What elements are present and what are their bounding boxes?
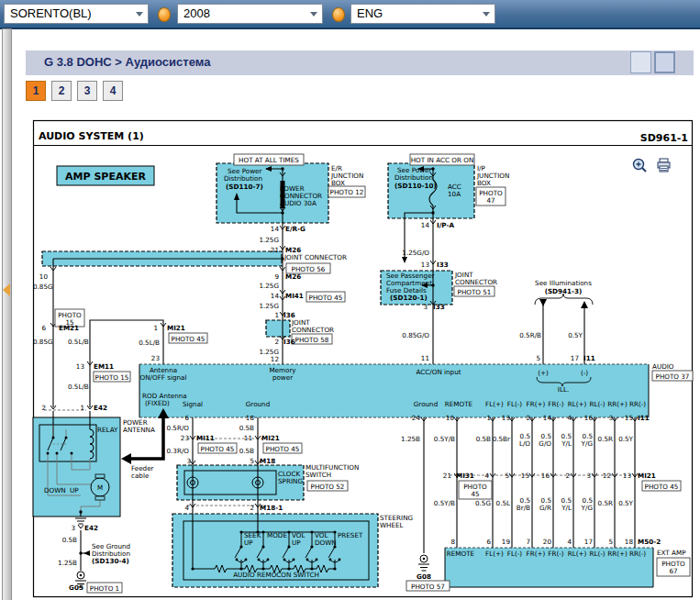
joint-connector-58-box — [266, 320, 290, 337]
diagram-label: 4 — [484, 472, 489, 480]
diagram-label: E42 — [84, 524, 98, 532]
photo-tag-label: PHOTO 52 — [311, 483, 345, 491]
diagram-label: G/O — [539, 439, 551, 448]
diagram-label: EM21 — [59, 324, 79, 332]
diagram-label: 8 — [450, 538, 455, 546]
diagram-label: 17 — [584, 538, 593, 546]
diagram-label: (SD130-4) — [92, 557, 129, 565]
diagram-label: 4 — [184, 504, 189, 512]
year-select[interactable]: 2008 — [177, 4, 323, 24]
diagram-label: FR(-) — [548, 550, 564, 558]
page-tab-3[interactable]: 3 — [77, 81, 97, 101]
diagram-label: 1.25G/O — [402, 249, 429, 257]
vehicle-select[interactable]: SORENTO(BL) — [4, 4, 149, 24]
diagram-label: 0.5B — [476, 435, 491, 443]
diagram-label: RR(-) — [629, 400, 646, 408]
diagram-label: Signal — [183, 400, 203, 408]
diagram-label: DOWN — [44, 486, 66, 494]
diagram-label: 5 — [250, 457, 254, 465]
diagram-label: 5 — [536, 354, 540, 362]
page-tab-2[interactable]: 2 — [51, 81, 72, 101]
diagram-label: (SD120-1) — [390, 294, 428, 302]
diagram-label: FL(-) — [507, 400, 523, 408]
photo-tag-label: HOT AT ALL TIMES — [239, 156, 299, 164]
diagram-label: SWITCH — [306, 471, 331, 479]
diagram-label: CONNECTOR — [292, 326, 334, 334]
diagram-label: Y/L — [561, 439, 572, 448]
diagram-label: FL(-) — [507, 550, 523, 558]
photo-tag-label: PHOTO 1 — [90, 584, 119, 593]
diagram-label: 0.5B — [239, 424, 254, 432]
diagram-label: (+) — [538, 369, 549, 377]
diagram-label: 14 — [271, 225, 280, 233]
zoom-button[interactable] — [630, 51, 651, 73]
diagram-label: 3 — [186, 457, 191, 465]
app-toolbar: SORENTO(BL) 2008 ENG — [0, 0, 700, 29]
diagram-label: E/R-G — [285, 225, 306, 233]
diagram-label: RL(+) — [568, 550, 587, 558]
print-button[interactable] — [654, 51, 675, 73]
diagram-label: (SD110-7) — [226, 183, 263, 191]
photo-tag-label: PHOTO 45 — [645, 483, 679, 491]
photo-tag-label: PHOTO 45 — [266, 445, 300, 453]
diagram-label: RL(-) — [589, 400, 605, 408]
diagram-label: 17 — [571, 354, 579, 362]
diagram-label: 2 — [565, 472, 570, 480]
diagram-label: 18 — [625, 538, 634, 546]
diagram-label: 10A — [448, 190, 461, 198]
diagram-label: UP — [70, 486, 79, 494]
photo-tag-label: 67 — [669, 567, 677, 575]
diagram-label: 0.5L/B — [68, 383, 89, 391]
amp-speaker-label: AMP SPEAKER — [65, 171, 146, 183]
diagram-label: 0.5R/O — [166, 424, 189, 432]
diagram-label: AUDIO 30A — [280, 199, 317, 207]
audio-unit-box — [139, 364, 649, 417]
diagram-label: Distribution — [394, 173, 433, 182]
page-tab-4[interactable]: 4 — [103, 81, 123, 101]
diagram-label: Ground — [246, 400, 270, 408]
diagram-label: 5 — [608, 538, 613, 546]
photo-tag-label: PHOTO 57 — [411, 583, 445, 591]
diagram-label: 21 — [271, 246, 279, 254]
diagram-label: MI31 — [456, 472, 474, 480]
language-select[interactable]: ENG — [350, 4, 495, 24]
diagram-label: 1 — [80, 404, 84, 412]
diagram-label: PRESET — [338, 531, 363, 539]
photo-tag-label: 47 — [486, 196, 494, 205]
diagram-label: L/O — [519, 439, 530, 448]
diagram-label: cable — [131, 472, 150, 480]
diagram-label: 0.5Y — [568, 331, 583, 339]
diagram-label: G/R — [539, 504, 551, 512]
diagram-label: 0.5G — [475, 499, 491, 507]
diagram-label: 10 — [39, 272, 49, 281]
diagram-label: 14 — [421, 221, 430, 229]
diagram-label: DOWN — [315, 539, 337, 547]
diagram-label: G08 — [417, 572, 431, 581]
diagram-label: M — [97, 483, 103, 492]
diagram-label: Y/G — [581, 504, 593, 512]
diagram-label: 19 — [502, 538, 511, 546]
photo-tag-label: PHOTO 37 — [656, 372, 690, 381]
diagram-label: 23 — [151, 354, 160, 362]
diagram-label: 15 — [625, 414, 633, 422]
diagram-label: ILL. — [558, 385, 569, 394]
page-tab-1[interactable]: 1 — [26, 81, 46, 101]
diagram-label: 3 — [423, 303, 428, 311]
diagram-label: 0.5R — [598, 499, 613, 507]
diagram-label: 16 — [541, 472, 550, 480]
vehicle-select-value: SORENTO(BL) — [10, 6, 92, 20]
diagram-label: 0.85G — [33, 283, 53, 291]
diagram-label: 18 — [246, 414, 255, 422]
diagram-label: I11 — [638, 414, 650, 422]
diagram-label: 13 — [421, 261, 429, 269]
diagram-label: 5 — [505, 472, 509, 480]
diagram-label: FL(+) — [485, 550, 504, 558]
diagram-label: Y/G — [581, 439, 593, 448]
photo-tag-label: PHOTO 51 — [458, 288, 492, 296]
diagram-label: AUDIO REMOCON SWITCH — [233, 571, 319, 579]
diagram-label: 14 — [271, 292, 280, 300]
diagram-label: 2 — [41, 404, 46, 412]
diagram-label: MI11 — [196, 434, 215, 442]
diagram-label: 4 — [567, 538, 572, 546]
breadcrumb: G 3.8 DOHC > Аудиосистема — [44, 55, 210, 69]
